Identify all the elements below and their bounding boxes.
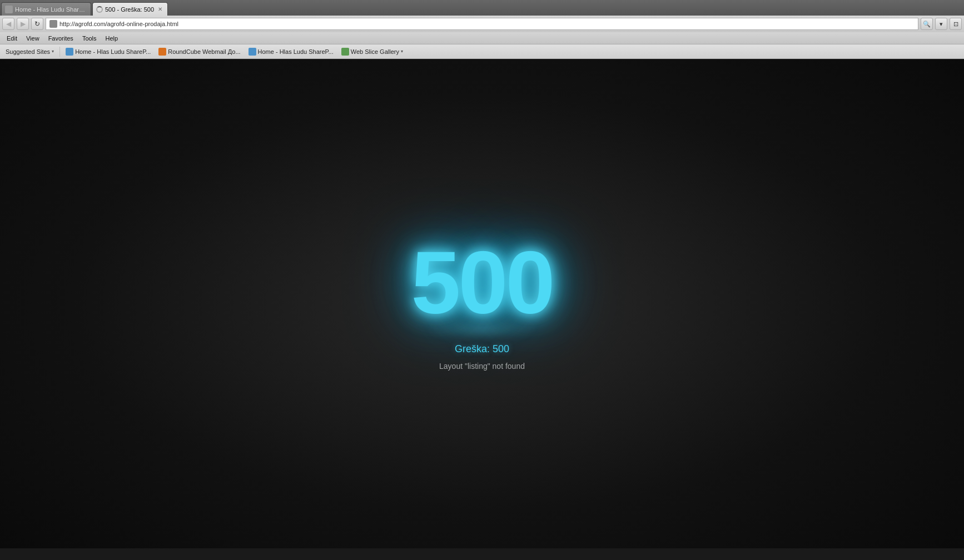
menu-favorites[interactable]: Favorites [44,34,78,43]
fav-item-1[interactable]: Home - Hlas Ludu ShareP... [63,47,153,57]
fav-item-2[interactable]: RoundCube Webmail До... [156,47,242,57]
address-field[interactable]: http://agrofd.com/agrofd-online-prodaja.… [46,18,918,30]
tab-1-label: Home - Hlas Ludu SharePoint ... [15,6,87,13]
fav-item-3[interactable]: Home - Hlas Ludu ShareP... [246,47,336,57]
tab-close-button[interactable]: ✕ [156,6,164,13]
tab-bar: Home - Hlas Ludu SharePoint ... 500 - Gr… [0,0,964,16]
fav-divider-1 [59,47,60,57]
fav-label-2: RoundCube Webmail До... [168,48,240,55]
error-title: Greška: 500 [455,343,509,355]
address-url: http://agrofd.com/agrofd-online-prodaja.… [59,21,178,27]
error-code: 500 [411,238,553,327]
tab-2-label: 500 - Greška: 500 [105,6,154,13]
dropdown-button[interactable]: ▾ [935,18,947,30]
tab-1[interactable]: Home - Hlas Ludu SharePoint ... [1,2,91,16]
menu-view[interactable]: View [22,34,44,43]
fav-icon-1 [66,48,73,56]
fav-suggested-sites[interactable]: Suggested Sites ▾ [3,47,56,56]
error-message: Layout "listing" not found [439,362,525,371]
tab-2[interactable]: 500 - Greška: 500 ✕ [92,2,168,16]
address-bar-row: ◀ ▶ ↻ http://agrofd.com/agrofd-online-pr… [0,16,964,32]
tab-1-icon [5,6,13,13]
fav-icon-3 [249,48,256,56]
tab-2-icon [96,6,103,13]
menu-bar: Edit View Favorites Tools Help [0,32,964,44]
favorites-bar: Suggested Sites ▾ Home - Hlas Ludu Share… [0,44,964,59]
menu-edit[interactable]: Edit [2,34,22,43]
browser-chrome: Home - Hlas Ludu SharePoint ... 500 - Gr… [0,0,964,59]
address-icon [49,20,57,28]
fav-icon-4 [341,48,349,56]
web-slice-chevron: ▾ [401,49,403,54]
menu-help[interactable]: Help [101,34,123,43]
fav-label-3: Home - Hlas Ludu ShareP... [258,48,334,55]
menu-tools[interactable]: Tools [78,34,101,43]
fav-item-4[interactable]: Web Slice Gallery ▾ [339,47,405,57]
fav-label-1: Home - Hlas Ludu ShareP... [75,48,151,55]
suggested-sites-chevron: ▾ [52,49,54,54]
fav-label-4: Web Slice Gallery [351,48,399,55]
page-content: 500 Greška: 500 Layout "listing" not fou… [0,59,964,548]
search-button[interactable]: 🔍 [921,18,933,30]
forward-button[interactable]: ▶ [17,18,29,30]
compat-button[interactable]: ⊡ [950,18,962,30]
fav-suggested-sites-label: Suggested Sites [6,48,50,55]
refresh-button[interactable]: ↻ [31,18,43,30]
back-button[interactable]: ◀ [2,18,14,30]
fav-icon-2 [158,48,166,56]
